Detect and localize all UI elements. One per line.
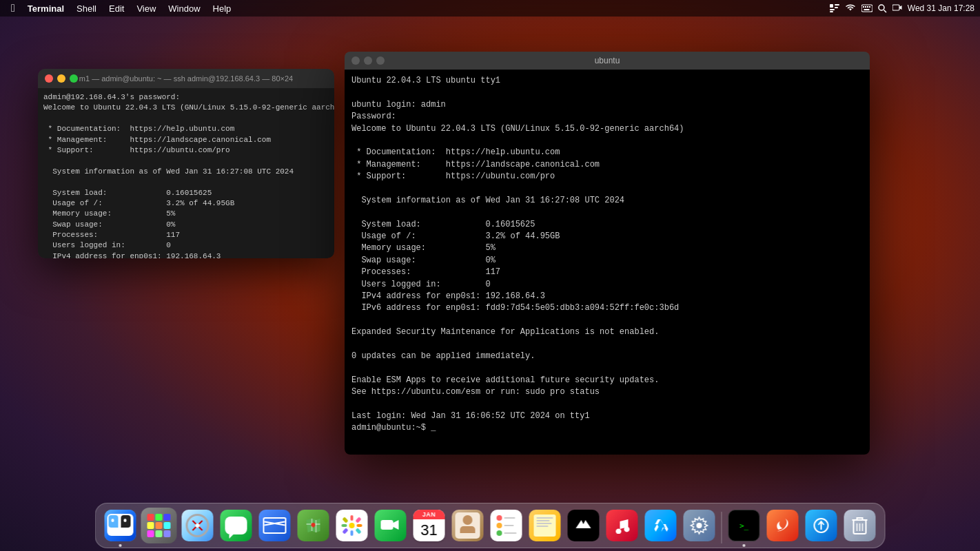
terminal-ubuntu-window[interactable]: ubuntu Ubuntu 22.04.3 LTS ubuntu tty1 ub… [345, 52, 870, 455]
dock-item-terminal[interactable]: >_ [726, 508, 762, 543]
svg-point-16 [697, 523, 702, 528]
svg-rect-0 [830, 4, 833, 8]
svg-rect-6 [863, 6, 864, 8]
menubar-datetime[interactable]: Wed 31 Jan 17:28 [908, 3, 974, 13]
dock-item-swiftui[interactable] [765, 508, 801, 543]
dock-item-reminders[interactable] [489, 508, 524, 543]
dock-item-facetime[interactable] [373, 508, 409, 543]
close-button[interactable] [45, 74, 53, 83]
menubar-window[interactable]: Window [163, 2, 205, 15]
terminal-ssh-title: m1 — admin@ubuntu: ~ — ssh admin@192.168… [79, 74, 293, 83]
menubar-screen-record[interactable] [892, 4, 902, 12]
dock-item-notes[interactable] [527, 508, 563, 543]
svg-rect-10 [864, 9, 869, 10]
dock-dot-finder [119, 544, 122, 547]
minimize-button-gray[interactable] [364, 56, 372, 65]
dock-item-appstore[interactable] [643, 508, 679, 543]
dock-dot-terminal [743, 544, 746, 547]
dock-item-launchpad[interactable] [141, 508, 177, 543]
terminal-ssh-body[interactable]: admin@192.168.64.3's password: Welcome t… [38, 88, 334, 258]
dock-item-music[interactable] [604, 508, 640, 543]
menubar-right: Wed 31 Jan 17:28 [830, 3, 974, 13]
maximize-button-gray[interactable] [376, 56, 385, 65]
dock-item-mail[interactable] [257, 508, 293, 543]
menubar:  Terminal Shell Edit View Window Help [0, 0, 980, 17]
svg-rect-13 [892, 5, 899, 10]
menubar-left:  Terminal Shell Edit View Window Help [6, 2, 236, 15]
apple-menu[interactable]:  [6, 2, 21, 14]
svg-rect-7 [865, 6, 866, 8]
maximize-button[interactable] [70, 74, 78, 83]
svg-rect-3 [830, 9, 835, 10]
close-button-gray[interactable] [351, 56, 360, 65]
svg-rect-5 [861, 5, 872, 12]
terminal-ubuntu-titlebar: ubuntu [345, 52, 870, 70]
terminal-ubuntu-body[interactable]: Ubuntu 22.04.3 LTS ubuntu tty1 ubuntu lo… [345, 70, 870, 455]
dock-item-contacts[interactable] [450, 508, 486, 543]
dock-item-safari[interactable] [180, 508, 216, 543]
dock-item-messages[interactable] [218, 508, 254, 543]
svg-rect-9 [869, 6, 870, 8]
dock-item-calendar[interactable]: JAN 31 [411, 508, 447, 543]
terminal-ssh-titlebar: m1 — admin@ubuntu: ~ — ssh admin@192.168… [38, 69, 334, 88]
menubar-view[interactable]: View [131, 2, 161, 15]
minimize-button[interactable] [57, 74, 65, 83]
svg-rect-2 [835, 7, 838, 8]
dock-item-transloader[interactable] [804, 508, 839, 543]
menubar-keyboard[interactable] [861, 4, 872, 12]
svg-rect-15 [381, 520, 394, 530]
dock-item-photos[interactable] [334, 508, 370, 543]
dock-item-trash[interactable] [842, 508, 878, 543]
calendar-month: JAN [414, 510, 445, 519]
menubar-app-name[interactable]: Terminal [22, 2, 70, 15]
menubar-edit[interactable]: Edit [103, 2, 130, 15]
svg-line-12 [884, 10, 886, 12]
calendar-day: 31 [414, 519, 445, 541]
dock-item-sysprefs[interactable] [682, 508, 717, 543]
menubar-control-center[interactable] [830, 4, 839, 12]
menubar-help[interactable]: Help [207, 2, 237, 15]
menubar-wifi[interactable] [845, 4, 856, 12]
svg-rect-1 [835, 4, 839, 6]
dock-item-maps[interactable] [296, 508, 331, 543]
desktop:  Terminal Shell Edit View Window Help [0, 0, 980, 551]
dock-divider [722, 512, 722, 543]
terminal-ssh-window[interactable]: m1 — admin@ubuntu: ~ — ssh admin@192.168… [38, 69, 334, 258]
dock-item-appletv[interactable] [566, 508, 602, 543]
dock: JAN 31 [95, 503, 886, 548]
menubar-search[interactable] [878, 4, 887, 13]
svg-rect-4 [830, 11, 833, 12]
svg-point-11 [879, 5, 884, 10]
menubar-shell[interactable]: Shell [71, 2, 102, 15]
terminal-ubuntu-title: ubuntu [595, 56, 620, 65]
dock-item-finder[interactable] [103, 508, 139, 543]
svg-rect-8 [867, 6, 868, 8]
